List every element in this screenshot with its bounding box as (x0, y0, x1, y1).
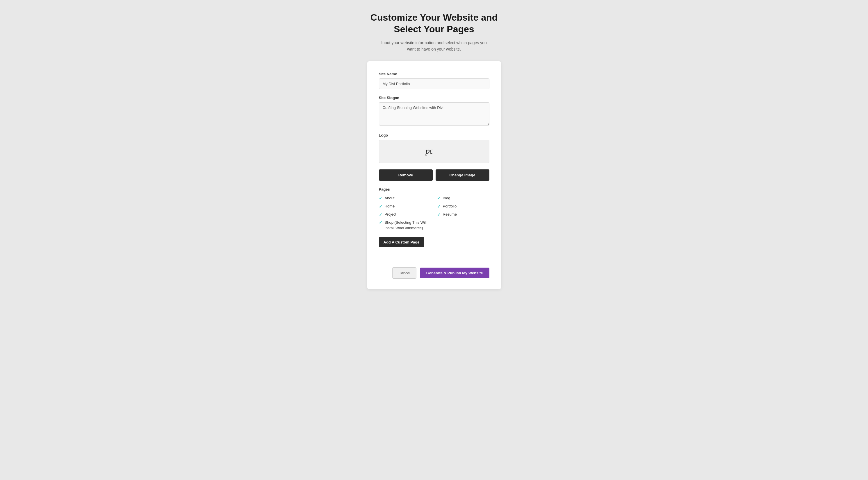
page-item-project: ✓ Project (379, 212, 431, 217)
logo-group: Logo pc (379, 133, 489, 163)
remove-button[interactable]: Remove (379, 169, 433, 181)
check-icon-shop: ✓ (379, 220, 382, 225)
logo-symbol: pc (426, 144, 443, 158)
page-item-resume: ✓ Resume (437, 212, 489, 217)
change-image-button[interactable]: Change Image (436, 169, 489, 181)
page-header: Customize Your Website andSelect Your Pa… (370, 12, 498, 53)
page-item-portfolio: ✓ Portfolio (437, 204, 489, 209)
check-icon-project: ✓ (379, 212, 382, 217)
page-title: Customize Your Website andSelect Your Pa… (370, 12, 498, 35)
site-slogan-group: Site Slogan Crafting Stunning Websites w… (379, 96, 489, 127)
footer-divider (379, 262, 489, 262)
page-item-home: ✓ Home (379, 204, 431, 209)
page-label-resume: Resume (443, 212, 457, 217)
card-footer: Cancel Generate & Publish My Website (379, 267, 489, 279)
check-icon-about: ✓ (379, 196, 382, 201)
check-icon-home: ✓ (379, 204, 382, 209)
site-name-input[interactable] (379, 78, 489, 89)
logo-buttons: Remove Change Image (379, 169, 489, 181)
logo-preview: pc (379, 140, 489, 163)
page-item-blog: ✓ Blog (437, 196, 489, 201)
cancel-button[interactable]: Cancel (392, 267, 416, 279)
logo-label: Logo (379, 133, 489, 137)
page-label-blog: Blog (443, 196, 451, 201)
page-label-home: Home (385, 204, 395, 209)
page-label-portfolio: Portfolio (443, 204, 457, 209)
page-label-project: Project (385, 212, 396, 217)
site-slogan-input[interactable]: Crafting Stunning Websites with Divi (379, 102, 489, 126)
page-label-about: About (385, 196, 395, 201)
page-item-shop: ✓ Shop (Selecting This Will Install WooC… (379, 220, 431, 231)
main-card: Site Name Site Slogan Crafting Stunning … (367, 61, 501, 289)
generate-publish-button[interactable]: Generate & Publish My Website (420, 268, 489, 278)
add-custom-page-button[interactable]: Add A Custom Page (379, 237, 424, 247)
page-item-about: ✓ About (379, 196, 431, 201)
check-icon-blog: ✓ (437, 196, 440, 201)
page-container: Customize Your Website andSelect Your Pa… (303, 12, 565, 289)
pages-section: Pages ✓ About ✓ Blog ✓ Home (379, 187, 489, 231)
svg-text:pc: pc (426, 146, 433, 156)
page-subtitle: Input your website information and selec… (379, 39, 489, 53)
site-name-label: Site Name (379, 72, 489, 76)
site-slogan-label: Site Slogan (379, 96, 489, 100)
check-icon-resume: ✓ (437, 212, 440, 217)
pages-grid: ✓ About ✓ Blog ✓ Home ✓ Portfolio (379, 196, 489, 231)
page-label-shop: Shop (Selecting This Will Install WooCom… (385, 220, 431, 231)
pages-label: Pages (379, 187, 489, 192)
site-name-group: Site Name (379, 72, 489, 89)
check-icon-portfolio: ✓ (437, 204, 440, 209)
